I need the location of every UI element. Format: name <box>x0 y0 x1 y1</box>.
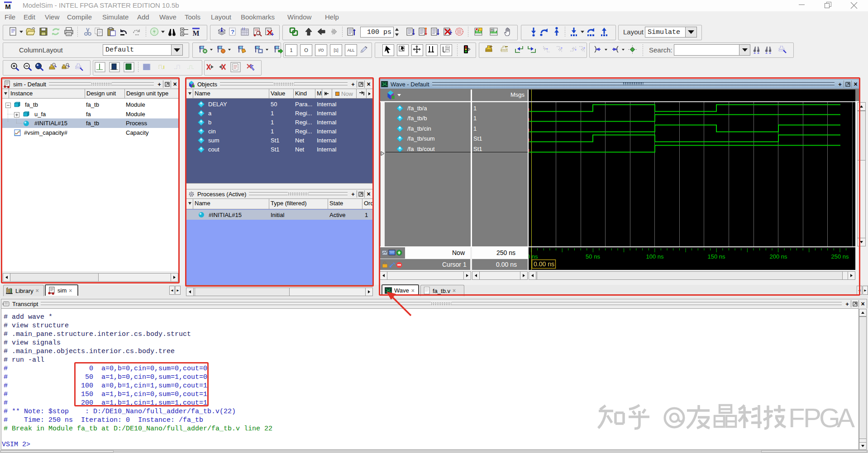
svg-text:M: M <box>192 29 199 37</box>
svg-text:M: M <box>5 3 11 10</box>
svg-text:A: A <box>837 404 855 432</box>
svg-text:F: F <box>788 404 805 432</box>
svg-text:m: m <box>491 28 493 31</box>
svg-text:?: ? <box>231 28 234 35</box>
